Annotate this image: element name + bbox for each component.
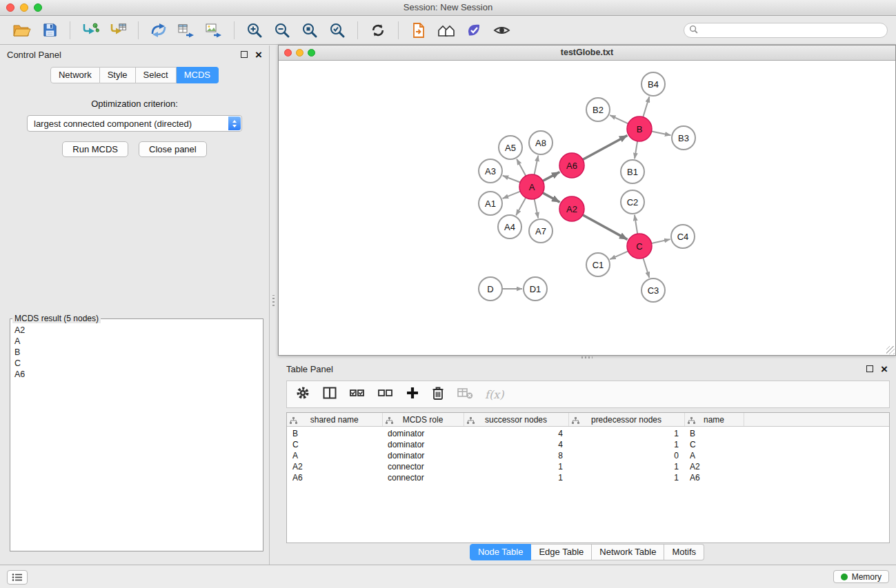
graph-edge-A-A2[interactable]: [543, 193, 560, 203]
tab-network-table[interactable]: Network Table: [592, 544, 664, 560]
close-panel-icon[interactable]: ×: [255, 49, 262, 61]
import-network-icon[interactable]: [79, 19, 102, 41]
refresh-layout-icon[interactable]: [366, 19, 390, 41]
graph-node-label: A: [529, 182, 535, 192]
tab-select[interactable]: Select: [136, 67, 177, 83]
result-item[interactable]: A6: [10, 369, 263, 380]
criterion-select[interactable]: largest connected component (directed): [27, 115, 242, 132]
network-window-titlebar: testGlobe.txt: [279, 45, 895, 61]
mcds-result-box: MCDS result (5 nodes) A2ABCA6: [10, 314, 263, 551]
graph-node-label: D1: [530, 284, 541, 294]
add-row-icon[interactable]: [406, 386, 419, 403]
column-header-name[interactable]: name: [684, 413, 744, 427]
float-panel-icon[interactable]: [241, 51, 248, 58]
graph-edge-C-C2[interactable]: [635, 215, 637, 234]
window-resize-grip[interactable]: [886, 346, 895, 354]
close-network-icon[interactable]: [284, 49, 292, 57]
graph-edge-A6-B[interactable]: [583, 136, 628, 160]
column-header-predecessor-nodes[interactable]: predecessor nodes: [568, 413, 684, 427]
graph-node-label: D: [487, 284, 493, 294]
tab-edge-table[interactable]: Edge Table: [531, 544, 592, 560]
column-header-successor-nodes[interactable]: successor nodes: [464, 413, 568, 427]
tab-node-table[interactable]: Node Table: [470, 544, 532, 560]
result-item[interactable]: B: [10, 347, 263, 358]
close-panel-button[interactable]: Close panel: [139, 141, 207, 157]
network-canvas[interactable]: B4B2BB3A5A8A6A3B1AA1C2A2A4A7C4CC1C3DD1: [279, 61, 895, 356]
graph-edge-B-B2[interactable]: [610, 115, 628, 123]
window-title: Session: New Session: [0, 0, 896, 14]
column-header-MCDS-role[interactable]: MCDS role: [382, 413, 464, 427]
graph-edge-A-A3[interactable]: [503, 176, 520, 183]
graph-edge-A-A8[interactable]: [535, 156, 539, 175]
tab-style[interactable]: Style: [100, 67, 136, 83]
node-table: shared nameMCDS rolesuccessor nodesprede…: [286, 412, 890, 543]
close-table-panel-icon[interactable]: ×: [881, 363, 888, 375]
import-table-icon[interactable]: [106, 19, 130, 41]
export-image-icon[interactable]: [202, 19, 226, 41]
deselect-all-icon[interactable]: [377, 385, 394, 403]
graph-edge-B-B1[interactable]: [635, 141, 637, 159]
gear-icon[interactable]: [295, 385, 310, 403]
graph-edge-C-C3[interactable]: [643, 258, 649, 278]
zoom-fit-icon[interactable]: [298, 19, 321, 41]
horizontal-splitter-grip[interactable]: [581, 356, 593, 358]
optimization-criterion-label: Optimization criterion:: [0, 99, 269, 109]
search-input[interactable]: [701, 25, 882, 36]
tab-network[interactable]: Network: [50, 67, 100, 83]
eye-icon[interactable]: [490, 19, 513, 41]
graph-edge-A-A4[interactable]: [516, 198, 526, 216]
zoom-in-icon[interactable]: [243, 19, 266, 41]
toolbar-separator: [138, 21, 139, 39]
tab-mcds[interactable]: MCDS: [177, 67, 219, 83]
minimize-window-icon[interactable]: [20, 3, 28, 12]
graph-edge-A-A5[interactable]: [517, 159, 526, 176]
graph-edge-C-C4[interactable]: [652, 239, 670, 243]
list-menu-icon[interactable]: [7, 570, 28, 585]
minimize-network-icon[interactable]: [296, 49, 303, 57]
mcds-result-list: A2ABCA6: [10, 325, 263, 380]
validator-icon[interactable]: [462, 19, 486, 41]
save-icon[interactable]: [38, 19, 61, 41]
home-icon[interactable]: [435, 19, 458, 41]
float-table-panel-icon[interactable]: [866, 365, 873, 372]
graph-edge-A2-C[interactable]: [583, 215, 628, 240]
graph-edge-A-A6[interactable]: [543, 172, 559, 181]
result-item[interactable]: C: [10, 358, 263, 369]
graph-edge-C-C1[interactable]: [610, 251, 628, 259]
memory-status-icon: [841, 574, 848, 580]
graph-edge-A-A1[interactable]: [503, 192, 521, 199]
table-row[interactable]: A2connector11A2: [287, 461, 889, 472]
table-row[interactable]: Bdominator41B: [287, 427, 889, 440]
first-neighbors-icon[interactable]: [407, 19, 430, 41]
graph-edge-A-A7[interactable]: [535, 199, 539, 219]
search-box[interactable]: [684, 23, 888, 38]
export-table-icon[interactable]: [175, 19, 198, 41]
export-network-icon[interactable]: [147, 19, 170, 41]
vertical-splitter-grip[interactable]: [272, 295, 275, 306]
result-item[interactable]: A2: [10, 325, 263, 336]
graph-node-label: A3: [485, 166, 496, 176]
tab-motifs[interactable]: Motifs: [664, 544, 704, 560]
criterion-select-value: largest connected component (directed): [34, 119, 192, 129]
result-item[interactable]: A: [10, 336, 263, 347]
run-mcds-button[interactable]: Run MCDS: [62, 141, 128, 157]
select-all-icon[interactable]: [349, 385, 366, 403]
memory-button[interactable]: Memory: [833, 570, 889, 583]
zoom-window-icon[interactable]: [34, 3, 42, 12]
table-row[interactable]: Adominator80A: [287, 450, 889, 461]
columns-icon[interactable]: [322, 385, 337, 403]
table-row[interactable]: A6connector11A6: [287, 472, 889, 483]
graph-edge-B-B3[interactable]: [652, 132, 671, 136]
close-window-icon[interactable]: [6, 3, 14, 12]
control-panel: Control Panel × NetworkStyleSelectMCDS O…: [0, 45, 270, 565]
attribute-icon: [572, 416, 579, 426]
zoom-network-icon[interactable]: [308, 49, 315, 57]
graph-edge-B-B4[interactable]: [643, 97, 649, 117]
trash-icon[interactable]: [431, 385, 445, 403]
zoom-selected-icon[interactable]: [326, 19, 349, 41]
zoom-out-icon[interactable]: [270, 19, 294, 41]
column-header-shared-name[interactable]: shared name: [287, 413, 382, 427]
table-row[interactable]: Cdominator41C: [287, 439, 889, 450]
node-table-header-row: shared nameMCDS rolesuccessor nodesprede…: [287, 413, 889, 427]
open-folder-icon[interactable]: [10, 19, 34, 41]
